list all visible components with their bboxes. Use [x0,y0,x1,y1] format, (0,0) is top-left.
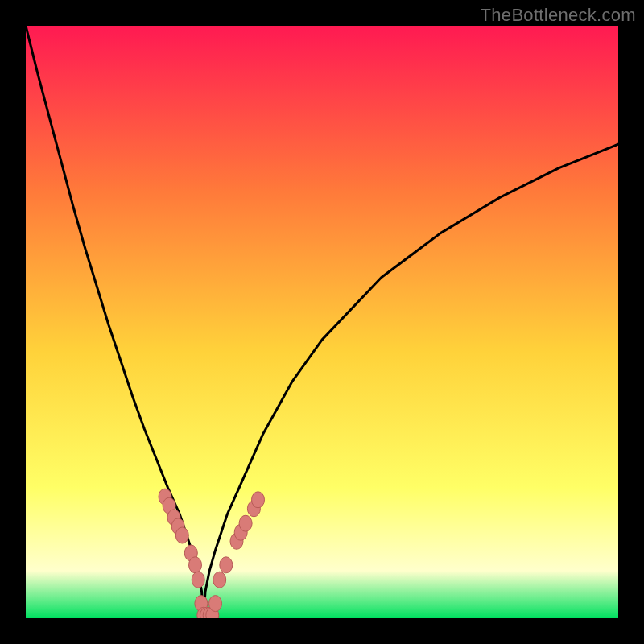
data-marker [192,572,204,588]
data-marker [189,557,202,573]
data-marker [213,572,226,588]
bottleneck-chart [26,26,618,618]
data-marker [209,596,222,612]
data-marker [220,557,233,573]
gradient-background [26,26,618,618]
chart-stage: TheBottleneck.com [0,0,644,644]
data-marker [175,527,188,543]
watermark-text: TheBottleneck.com [481,5,636,26]
data-marker [239,515,252,531]
data-marker [252,492,265,508]
